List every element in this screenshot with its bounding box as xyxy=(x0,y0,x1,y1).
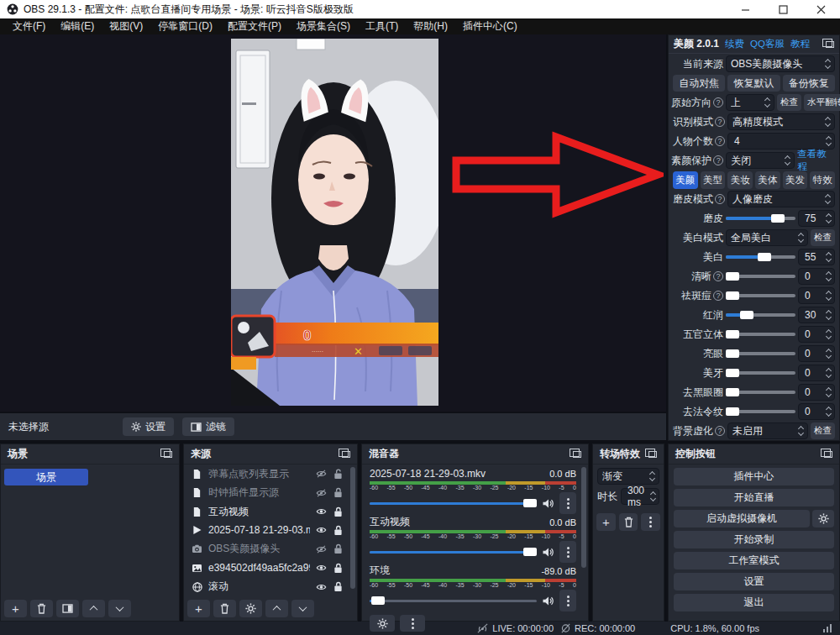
add-scene-button[interactable] xyxy=(4,600,27,617)
dock-popout-icon[interactable] xyxy=(342,451,350,458)
tutorial-link[interactable]: 教程 xyxy=(790,38,810,50)
source-properties-button[interactable]: 设置 xyxy=(123,417,174,436)
move-scene-up-button[interactable] xyxy=(82,600,105,617)
menu-scene-collection[interactable]: 场景集合(S) xyxy=(289,19,358,34)
eye-hidden-icon[interactable] xyxy=(316,469,327,479)
tab-makeup[interactable]: 美妆 xyxy=(727,171,753,189)
studio-mode-button[interactable]: 工作室模式 xyxy=(674,552,834,569)
mixer-scrollbar[interactable] xyxy=(581,467,586,568)
background-blur-check-button[interactable]: 检查 xyxy=(811,422,835,439)
whiten-check-button[interactable]: 检查 xyxy=(811,229,835,246)
volume-slider[interactable] xyxy=(370,596,537,606)
smooth-mode-select[interactable]: 人像磨皮 xyxy=(727,191,835,207)
lock-icon[interactable] xyxy=(333,525,344,536)
lock-icon[interactable] xyxy=(333,563,344,574)
remove-scene-button[interactable] xyxy=(30,600,53,617)
source-properties-gear-button[interactable] xyxy=(239,600,262,617)
help-icon[interactable] xyxy=(713,97,723,108)
advanced-audio-button[interactable] xyxy=(370,615,395,632)
scene-filters-button[interactable] xyxy=(56,600,79,617)
nasolabial-folds-spinbox[interactable]: 0 xyxy=(798,403,835,420)
dock-popout-icon[interactable] xyxy=(573,451,581,458)
transition-menu-button[interactable] xyxy=(641,513,660,531)
volume-slider[interactable] xyxy=(370,498,537,508)
whiten-spinbox[interactable]: 55 xyxy=(798,249,835,265)
teeth-whitening-spinbox[interactable]: 0 xyxy=(798,365,835,381)
source-row[interactable]: 时钟插件显示源 xyxy=(184,483,357,501)
start-recording-button[interactable]: 开始录制 xyxy=(674,531,834,548)
channel-menu-button[interactable] xyxy=(559,590,576,611)
help-icon[interactable] xyxy=(715,117,725,127)
remove-source-button[interactable] xyxy=(213,600,236,617)
eye-visible-icon[interactable] xyxy=(316,563,327,573)
current-source-select[interactable]: OBS美颜摄像头 xyxy=(726,55,835,72)
smooth-spinbox[interactable]: 75 xyxy=(798,210,835,227)
lock-open-icon[interactable] xyxy=(333,469,344,480)
dark-circles-slider[interactable] xyxy=(726,385,795,400)
start-virtual-camera-button[interactable]: 启动虚拟摄像机 xyxy=(674,510,810,527)
source-row[interactable]: 弹幕点歌列表显示 xyxy=(184,464,357,483)
teeth-whitening-slider[interactable] xyxy=(726,365,795,380)
tab-hair[interactable]: 美发 xyxy=(783,171,808,189)
backup-restore-button[interactable]: 备份恢复 xyxy=(783,75,835,92)
channel-menu-button[interactable] xyxy=(559,541,576,563)
add-transition-button[interactable] xyxy=(596,513,616,531)
source-row[interactable]: 互动视频 xyxy=(184,502,357,521)
clarity-spinbox[interactable]: 0 xyxy=(798,268,835,285)
nasolabial-folds-slider[interactable] xyxy=(726,404,795,419)
orientation-select[interactable]: 上 xyxy=(726,94,774,111)
restore-defaults-button[interactable]: 恢复默认 xyxy=(727,75,780,92)
eye-visible-icon[interactable] xyxy=(316,506,327,517)
orientation-check-button[interactable]: 检查 xyxy=(777,94,801,111)
person-count-input[interactable]: 4 xyxy=(727,133,835,150)
close-button[interactable] xyxy=(802,0,840,18)
move-scene-down-button[interactable] xyxy=(108,600,131,617)
dock-popout-icon[interactable] xyxy=(648,451,657,458)
help-icon[interactable] xyxy=(713,291,723,301)
help-icon[interactable] xyxy=(715,426,725,436)
scene-list-item[interactable]: 场景 xyxy=(4,469,88,485)
move-source-down-button[interactable] xyxy=(291,600,314,617)
dark-circles-spinbox[interactable]: 0 xyxy=(798,384,835,401)
minimize-button[interactable] xyxy=(727,0,764,18)
facial-depth-slider[interactable] xyxy=(726,327,795,342)
eye-hidden-icon[interactable] xyxy=(316,544,327,554)
preview-canvas[interactable]: 0 ······ ✕ xyxy=(0,34,666,412)
view-tutorial-link[interactable]: 查看教程 xyxy=(797,148,835,173)
tab-reshape[interactable]: 美型 xyxy=(701,171,726,189)
rosy-slider[interactable] xyxy=(726,307,795,323)
dock-popout-icon[interactable] xyxy=(826,41,834,48)
add-source-button[interactable] xyxy=(187,600,210,617)
rosy-spinbox[interactable]: 30 xyxy=(798,307,835,323)
bright-eyes-slider[interactable] xyxy=(726,346,795,361)
eye-visible-icon[interactable] xyxy=(316,525,327,535)
menu-edit[interactable]: 编辑(E) xyxy=(53,19,102,34)
smooth-slider[interactable] xyxy=(726,211,795,226)
eye-visible-icon[interactable] xyxy=(316,582,327,592)
qq-support-link[interactable]: QQ客服 xyxy=(750,38,785,50)
lock-icon[interactable] xyxy=(333,487,344,498)
recognition-mode-select[interactable]: 高精度模式 xyxy=(727,113,835,130)
speaker-icon[interactable] xyxy=(542,547,554,558)
speaker-icon[interactable] xyxy=(542,498,554,509)
facial-depth-spinbox[interactable]: 0 xyxy=(798,326,835,343)
sources-scrollbar[interactable] xyxy=(350,467,355,589)
maximize-button[interactable] xyxy=(764,0,802,18)
source-row[interactable]: e394502df49aa5fc2a99cd2e7c xyxy=(184,559,357,577)
clarity-slider[interactable] xyxy=(726,269,795,284)
help-icon[interactable] xyxy=(713,155,723,165)
background-blur-select[interactable]: 未启用 xyxy=(727,422,808,439)
menu-help[interactable]: 帮助(H) xyxy=(406,19,455,34)
channel-menu-button[interactable] xyxy=(559,492,576,514)
speaker-icon[interactable] xyxy=(542,596,554,606)
menu-view[interactable]: 视图(V) xyxy=(102,19,150,34)
lock-icon[interactable] xyxy=(333,543,344,554)
autofocus-button[interactable]: 自动对焦 xyxy=(673,75,725,92)
blemish-removal-spinbox[interactable]: 0 xyxy=(798,287,835,304)
dock-popout-icon[interactable] xyxy=(824,451,832,458)
whiten-slider[interactable] xyxy=(726,249,795,265)
help-icon[interactable] xyxy=(715,136,725,146)
menu-plugin-center[interactable]: 插件中心(C) xyxy=(455,19,525,34)
menu-tools[interactable]: 工具(T) xyxy=(358,19,406,34)
move-source-up-button[interactable] xyxy=(265,600,288,617)
